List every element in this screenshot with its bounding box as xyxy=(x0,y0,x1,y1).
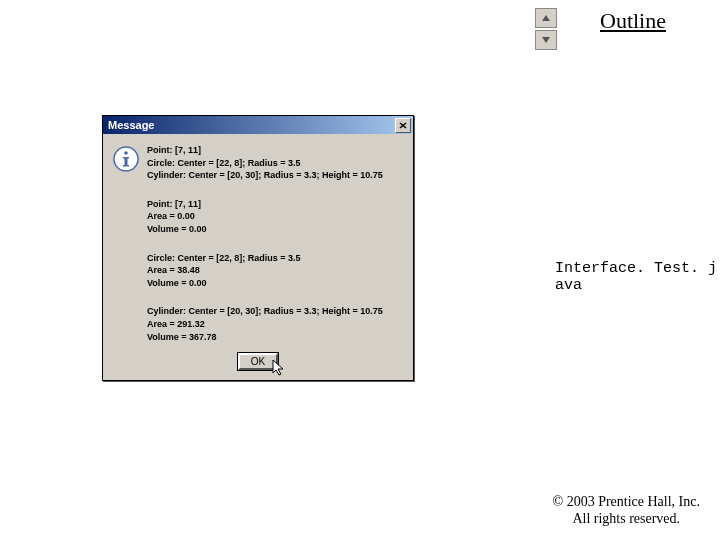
msg-line: Volume = 367.78 xyxy=(147,331,383,344)
close-icon xyxy=(399,122,407,129)
arrow-down-icon xyxy=(541,36,551,44)
msg-line: Area = 38.48 xyxy=(147,264,383,277)
svg-marker-1 xyxy=(542,37,550,43)
msg-line: Cylinder: Center = [20, 30]; Radius = 3.… xyxy=(147,305,383,318)
msg-line: Point: [7, 11] xyxy=(147,198,383,211)
nav-down-button[interactable] xyxy=(535,30,557,50)
msg-line: Volume = 0.00 xyxy=(147,223,383,236)
filename-label: Interface. Test. j ava xyxy=(555,260,717,294)
ok-button[interactable]: OK xyxy=(238,353,278,370)
dialog-message: Point: [7, 11] Circle: Center = [22, 8];… xyxy=(147,144,383,351)
close-button[interactable] xyxy=(395,118,411,133)
svg-point-5 xyxy=(124,151,128,155)
nav-up-button[interactable] xyxy=(535,8,557,28)
dialog-titlebar: Message xyxy=(103,116,413,134)
dialog-title: Message xyxy=(105,119,154,131)
outline-heading: Outline xyxy=(600,8,666,34)
svg-marker-0 xyxy=(542,15,550,21)
footer-line-2: All rights reserved. xyxy=(553,511,701,528)
message-dialog: Message Point: [7, 11] Circle: Ce xyxy=(102,115,414,381)
arrow-up-icon xyxy=(541,14,551,22)
msg-line: Cylinder: Center = [20, 30]; Radius = 3.… xyxy=(147,169,383,182)
msg-line: Point: [7, 11] xyxy=(147,144,383,157)
msg-line: Area = 291.32 xyxy=(147,318,383,331)
msg-line: Area = 0.00 xyxy=(147,210,383,223)
msg-line: Circle: Center = [22, 8]; Radius = 3.5 xyxy=(147,157,383,170)
svg-rect-8 xyxy=(123,165,129,167)
footer-line-1: © 2003 Prentice Hall, Inc. xyxy=(553,494,701,511)
msg-line: Volume = 0.00 xyxy=(147,277,383,290)
info-icon xyxy=(113,146,139,172)
copyright-footer: © 2003 Prentice Hall, Inc. All rights re… xyxy=(553,494,701,528)
svg-rect-7 xyxy=(123,157,129,159)
msg-line: Circle: Center = [22, 8]; Radius = 3.5 xyxy=(147,252,383,265)
